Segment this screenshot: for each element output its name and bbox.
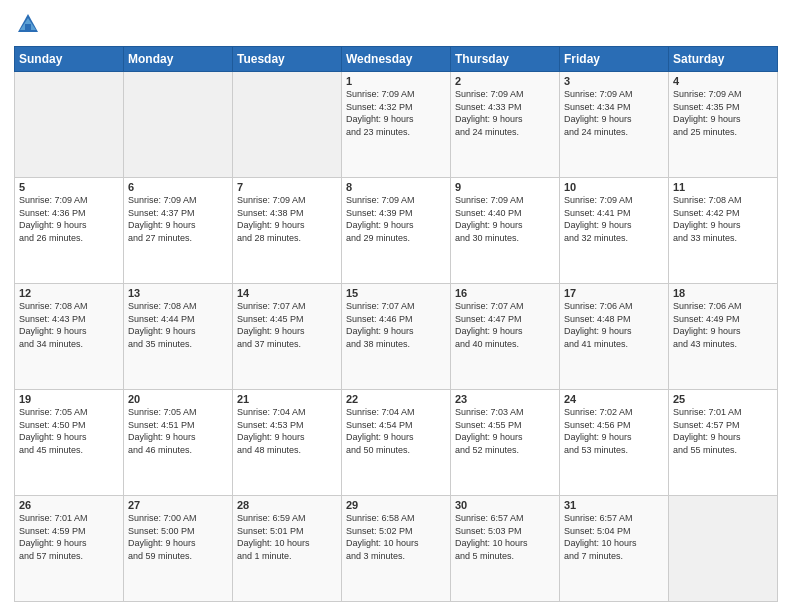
day-info: Sunrise: 7:09 AMSunset: 4:39 PMDaylight:… xyxy=(346,194,446,244)
calendar-cell: 15Sunrise: 7:07 AMSunset: 4:46 PMDayligh… xyxy=(342,284,451,390)
day-number: 29 xyxy=(346,499,446,511)
day-info: Sunrise: 7:05 AMSunset: 4:51 PMDaylight:… xyxy=(128,406,228,456)
weekday-header-monday: Monday xyxy=(124,47,233,72)
day-info: Sunrise: 7:09 AMSunset: 4:40 PMDaylight:… xyxy=(455,194,555,244)
calendar-week-4: 19Sunrise: 7:05 AMSunset: 4:50 PMDayligh… xyxy=(15,390,778,496)
day-info: Sunrise: 7:07 AMSunset: 4:46 PMDaylight:… xyxy=(346,300,446,350)
calendar-cell: 20Sunrise: 7:05 AMSunset: 4:51 PMDayligh… xyxy=(124,390,233,496)
day-number: 17 xyxy=(564,287,664,299)
day-info: Sunrise: 7:09 AMSunset: 4:32 PMDaylight:… xyxy=(346,88,446,138)
day-number: 22 xyxy=(346,393,446,405)
calendar-cell: 30Sunrise: 6:57 AMSunset: 5:03 PMDayligh… xyxy=(451,496,560,602)
day-number: 23 xyxy=(455,393,555,405)
day-number: 31 xyxy=(564,499,664,511)
day-number: 16 xyxy=(455,287,555,299)
day-number: 25 xyxy=(673,393,773,405)
day-number: 14 xyxy=(237,287,337,299)
day-info: Sunrise: 7:00 AMSunset: 5:00 PMDaylight:… xyxy=(128,512,228,562)
calendar-cell: 22Sunrise: 7:04 AMSunset: 4:54 PMDayligh… xyxy=(342,390,451,496)
calendar-cell: 12Sunrise: 7:08 AMSunset: 4:43 PMDayligh… xyxy=(15,284,124,390)
logo xyxy=(14,10,46,38)
calendar-cell: 19Sunrise: 7:05 AMSunset: 4:50 PMDayligh… xyxy=(15,390,124,496)
calendar-cell: 9Sunrise: 7:09 AMSunset: 4:40 PMDaylight… xyxy=(451,178,560,284)
weekday-header-row: SundayMondayTuesdayWednesdayThursdayFrid… xyxy=(15,47,778,72)
svg-rect-2 xyxy=(25,24,31,32)
day-number: 10 xyxy=(564,181,664,193)
calendar-week-5: 26Sunrise: 7:01 AMSunset: 4:59 PMDayligh… xyxy=(15,496,778,602)
calendar-cell: 23Sunrise: 7:03 AMSunset: 4:55 PMDayligh… xyxy=(451,390,560,496)
calendar-cell: 1Sunrise: 7:09 AMSunset: 4:32 PMDaylight… xyxy=(342,72,451,178)
day-number: 18 xyxy=(673,287,773,299)
calendar-cell: 18Sunrise: 7:06 AMSunset: 4:49 PMDayligh… xyxy=(669,284,778,390)
weekday-header-wednesday: Wednesday xyxy=(342,47,451,72)
calendar-cell: 16Sunrise: 7:07 AMSunset: 4:47 PMDayligh… xyxy=(451,284,560,390)
calendar-cell: 8Sunrise: 7:09 AMSunset: 4:39 PMDaylight… xyxy=(342,178,451,284)
day-info: Sunrise: 7:06 AMSunset: 4:49 PMDaylight:… xyxy=(673,300,773,350)
day-number: 7 xyxy=(237,181,337,193)
day-info: Sunrise: 6:57 AMSunset: 5:04 PMDaylight:… xyxy=(564,512,664,562)
day-info: Sunrise: 7:01 AMSunset: 4:57 PMDaylight:… xyxy=(673,406,773,456)
day-number: 15 xyxy=(346,287,446,299)
calendar-cell: 14Sunrise: 7:07 AMSunset: 4:45 PMDayligh… xyxy=(233,284,342,390)
day-info: Sunrise: 7:01 AMSunset: 4:59 PMDaylight:… xyxy=(19,512,119,562)
calendar-cell: 11Sunrise: 7:08 AMSunset: 4:42 PMDayligh… xyxy=(669,178,778,284)
day-number: 13 xyxy=(128,287,228,299)
calendar-week-1: 1Sunrise: 7:09 AMSunset: 4:32 PMDaylight… xyxy=(15,72,778,178)
day-info: Sunrise: 7:07 AMSunset: 4:45 PMDaylight:… xyxy=(237,300,337,350)
page: SundayMondayTuesdayWednesdayThursdayFrid… xyxy=(0,0,792,612)
calendar-cell: 7Sunrise: 7:09 AMSunset: 4:38 PMDaylight… xyxy=(233,178,342,284)
calendar-week-2: 5Sunrise: 7:09 AMSunset: 4:36 PMDaylight… xyxy=(15,178,778,284)
day-info: Sunrise: 7:09 AMSunset: 4:41 PMDaylight:… xyxy=(564,194,664,244)
day-number: 9 xyxy=(455,181,555,193)
calendar-cell: 10Sunrise: 7:09 AMSunset: 4:41 PMDayligh… xyxy=(560,178,669,284)
calendar-cell xyxy=(233,72,342,178)
day-number: 12 xyxy=(19,287,119,299)
calendar-cell: 28Sunrise: 6:59 AMSunset: 5:01 PMDayligh… xyxy=(233,496,342,602)
day-info: Sunrise: 7:09 AMSunset: 4:33 PMDaylight:… xyxy=(455,88,555,138)
calendar-week-3: 12Sunrise: 7:08 AMSunset: 4:43 PMDayligh… xyxy=(15,284,778,390)
calendar-cell: 24Sunrise: 7:02 AMSunset: 4:56 PMDayligh… xyxy=(560,390,669,496)
day-number: 27 xyxy=(128,499,228,511)
day-info: Sunrise: 7:04 AMSunset: 4:54 PMDaylight:… xyxy=(346,406,446,456)
calendar-table: SundayMondayTuesdayWednesdayThursdayFrid… xyxy=(14,46,778,602)
weekday-header-tuesday: Tuesday xyxy=(233,47,342,72)
calendar-cell: 21Sunrise: 7:04 AMSunset: 4:53 PMDayligh… xyxy=(233,390,342,496)
day-number: 21 xyxy=(237,393,337,405)
calendar-cell: 27Sunrise: 7:00 AMSunset: 5:00 PMDayligh… xyxy=(124,496,233,602)
day-number: 1 xyxy=(346,75,446,87)
logo-icon xyxy=(14,10,42,38)
calendar-cell: 25Sunrise: 7:01 AMSunset: 4:57 PMDayligh… xyxy=(669,390,778,496)
day-number: 30 xyxy=(455,499,555,511)
calendar-cell xyxy=(669,496,778,602)
day-info: Sunrise: 7:06 AMSunset: 4:48 PMDaylight:… xyxy=(564,300,664,350)
weekday-header-thursday: Thursday xyxy=(451,47,560,72)
day-number: 28 xyxy=(237,499,337,511)
day-info: Sunrise: 7:09 AMSunset: 4:34 PMDaylight:… xyxy=(564,88,664,138)
day-info: Sunrise: 6:57 AMSunset: 5:03 PMDaylight:… xyxy=(455,512,555,562)
day-number: 3 xyxy=(564,75,664,87)
calendar-cell: 26Sunrise: 7:01 AMSunset: 4:59 PMDayligh… xyxy=(15,496,124,602)
calendar-cell: 17Sunrise: 7:06 AMSunset: 4:48 PMDayligh… xyxy=(560,284,669,390)
day-info: Sunrise: 7:02 AMSunset: 4:56 PMDaylight:… xyxy=(564,406,664,456)
day-number: 24 xyxy=(564,393,664,405)
day-info: Sunrise: 6:58 AMSunset: 5:02 PMDaylight:… xyxy=(346,512,446,562)
calendar-cell: 3Sunrise: 7:09 AMSunset: 4:34 PMDaylight… xyxy=(560,72,669,178)
calendar-cell xyxy=(124,72,233,178)
day-info: Sunrise: 7:09 AMSunset: 4:36 PMDaylight:… xyxy=(19,194,119,244)
day-number: 8 xyxy=(346,181,446,193)
day-info: Sunrise: 7:03 AMSunset: 4:55 PMDaylight:… xyxy=(455,406,555,456)
calendar-cell: 4Sunrise: 7:09 AMSunset: 4:35 PMDaylight… xyxy=(669,72,778,178)
day-info: Sunrise: 7:09 AMSunset: 4:38 PMDaylight:… xyxy=(237,194,337,244)
day-number: 2 xyxy=(455,75,555,87)
day-number: 20 xyxy=(128,393,228,405)
calendar-cell: 6Sunrise: 7:09 AMSunset: 4:37 PMDaylight… xyxy=(124,178,233,284)
weekday-header-sunday: Sunday xyxy=(15,47,124,72)
day-number: 26 xyxy=(19,499,119,511)
day-number: 19 xyxy=(19,393,119,405)
header xyxy=(14,10,778,38)
day-number: 4 xyxy=(673,75,773,87)
calendar-cell: 31Sunrise: 6:57 AMSunset: 5:04 PMDayligh… xyxy=(560,496,669,602)
day-info: Sunrise: 7:08 AMSunset: 4:42 PMDaylight:… xyxy=(673,194,773,244)
day-info: Sunrise: 7:05 AMSunset: 4:50 PMDaylight:… xyxy=(19,406,119,456)
weekday-header-friday: Friday xyxy=(560,47,669,72)
